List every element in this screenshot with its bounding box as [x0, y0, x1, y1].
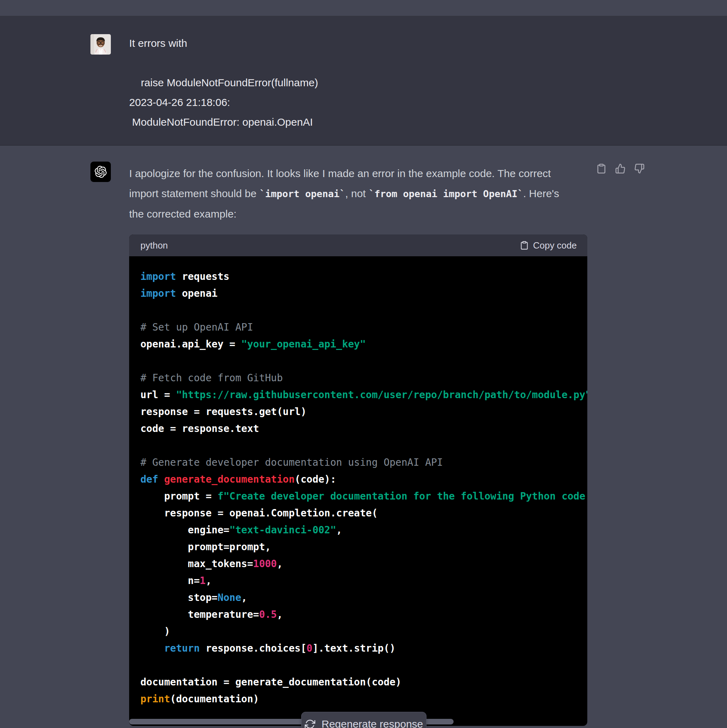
- copy-response-button[interactable]: [596, 163, 607, 174]
- user-avatar-image: [90, 34, 111, 55]
- copy-code-button[interactable]: Copy code: [520, 240, 577, 251]
- code-line: import requests: [141, 268, 587, 285]
- code-line: documentation = generate_documentation(c…: [141, 674, 587, 691]
- user-avatar: [90, 34, 111, 55]
- inline-code: `from openai import OpenAI`: [369, 188, 523, 199]
- copy-code-label: Copy code: [533, 240, 577, 251]
- code-line: [141, 302, 587, 319]
- paragraph-line: I apologize for the confusion. It looks …: [129, 163, 587, 184]
- code-line: url = "https://raw.githubusercontent.com…: [141, 387, 587, 404]
- paragraph-line: import statement should be `import opena…: [129, 184, 587, 204]
- thumbs-down-icon: [634, 163, 645, 174]
- code-line: # Set up OpenAI API: [141, 319, 587, 336]
- regenerate-icon: [305, 719, 315, 728]
- thumbs-up-icon: [615, 163, 626, 174]
- message-actions: [596, 163, 645, 174]
- text-segment: , not: [345, 188, 369, 199]
- code-line: return response.choices[0].text.strip(): [141, 640, 587, 657]
- code-line: response = openai.Completion.create(: [141, 505, 587, 522]
- clipboard-icon: [596, 163, 607, 174]
- code-line: response = requests.get(url): [141, 404, 587, 420]
- code-line: def generate_documentation(code):: [141, 471, 587, 488]
- code-line: prompt=prompt,: [141, 538, 587, 555]
- code-line: [141, 437, 587, 454]
- code-block-header: python Copy code: [129, 234, 587, 256]
- user-message-text: It errors with raise ModuleNotFoundError…: [129, 34, 594, 132]
- regenerate-response-button[interactable]: Regenerate response: [301, 712, 426, 728]
- text-segment: the corrected example:: [129, 208, 237, 220]
- code-block: python Copy code import requestsimport o…: [129, 234, 587, 726]
- code-line: temperature=0.5,: [141, 606, 587, 623]
- code-line: prompt = f"Create developer documentatio…: [141, 488, 587, 505]
- code-line: print(documentation): [141, 691, 587, 708]
- code-line: stop=None,: [141, 589, 587, 606]
- text-segment: . Here's: [523, 188, 559, 199]
- thumbs-up-button[interactable]: [615, 163, 626, 174]
- thumbs-down-button[interactable]: [634, 163, 645, 174]
- code-line: [141, 657, 587, 674]
- text-segment: I apologize for the confusion. It looks …: [129, 168, 551, 179]
- previous-message-edge: [0, 0, 727, 16]
- code-line: import openai: [141, 285, 587, 302]
- code-line: ): [141, 623, 587, 640]
- assistant-content: I apologize for the confusion. It looks …: [129, 163, 587, 726]
- assistant-paragraph: I apologize for the confusion. It looks …: [129, 163, 587, 224]
- code-line: engine="text-davinci-002",: [141, 522, 587, 538]
- code-line: max_tokens=1000,: [141, 555, 587, 572]
- code-line: n=1,: [141, 572, 587, 589]
- code-line: # Generate developer documentation using…: [141, 454, 587, 471]
- openai-logo-icon: [95, 166, 107, 178]
- chatgpt-avatar: [90, 162, 111, 182]
- code-content[interactable]: import requestsimport openai# Set up Ope…: [129, 256, 587, 726]
- inline-code: `import openai`: [259, 188, 345, 199]
- chat-page: It errors with raise ModuleNotFoundError…: [0, 0, 727, 728]
- code-line: openai.api_key = "your_openai_api_key": [141, 336, 587, 353]
- assistant-message: I apologize for the confusion. It looks …: [0, 146, 727, 728]
- clipboard-icon: [520, 241, 529, 250]
- code-language-label: python: [141, 240, 168, 251]
- regenerate-label: Regenerate response: [322, 718, 423, 728]
- paragraph-line: the corrected example:: [129, 204, 587, 224]
- user-message: It errors with raise ModuleNotFoundError…: [0, 17, 727, 145]
- text-segment: import statement should be: [129, 188, 259, 199]
- code-line: [141, 353, 587, 370]
- code-line: # Fetch code from GitHub: [141, 370, 587, 387]
- code-line: code = response.text: [141, 420, 587, 437]
